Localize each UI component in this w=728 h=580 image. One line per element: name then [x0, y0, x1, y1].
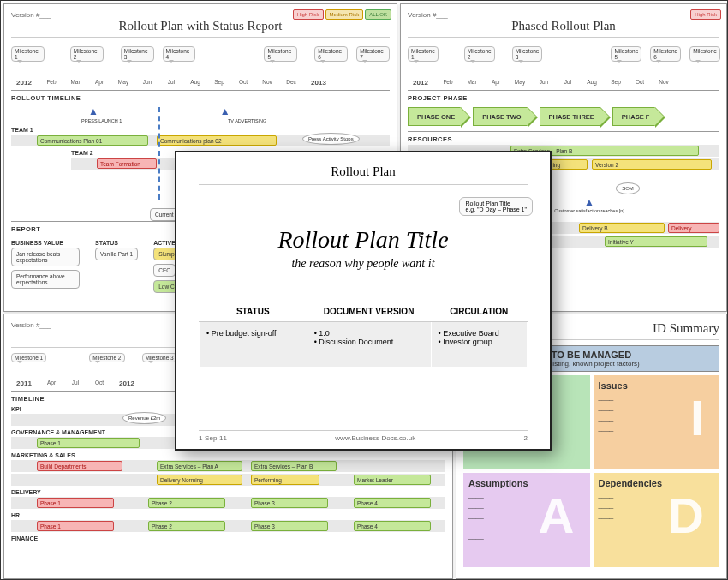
- bar: Phase 4: [354, 498, 431, 508]
- footer-date: 1-Sep-11: [199, 434, 227, 442]
- milestone: Milestone 5: [611, 46, 641, 62]
- bar: Phase 2: [148, 521, 225, 531]
- triangle-icon: ▲: [584, 196, 594, 208]
- lane: Communications Plan 01 Communications pl…: [11, 135, 390, 146]
- bar: Phase 3: [251, 498, 328, 508]
- quad-dependencies: Dependencies ________________ D: [594, 473, 720, 567]
- bar: Version 2: [592, 159, 712, 170]
- triangle-icon: ▲: [220, 105, 230, 117]
- oval: Revenue £2m: [122, 412, 166, 424]
- milestone: Milestone 2: [464, 46, 495, 62]
- lane: Phase 1 Phase 2 Phase 3 Phase 4: [11, 520, 445, 532]
- milestone: Milestone 2: [70, 46, 104, 62]
- quad-assumptions: Assumptions ____________________ A: [463, 473, 590, 567]
- bar: Communications Plan 01: [37, 135, 148, 146]
- section-phase: PROJECT PHASE: [408, 90, 719, 102]
- center-title-card: Rollout Plan Rollout Plan Titlee.g. "D D…: [175, 151, 552, 451]
- th-docversion: DOCUMENT VERSION: [307, 302, 431, 322]
- main-title: Rollout Plan Title: [199, 226, 528, 254]
- td-status: Pre budget sign-off: [200, 322, 307, 368]
- lane: Phase 1 Phase 2 Phase 3 Phase 4: [11, 497, 445, 509]
- risk-badges: High Risk Medium Risk ALL OK: [293, 9, 391, 20]
- milestone: Milestone 3: [142, 353, 177, 362]
- version-label: Version #___: [408, 11, 719, 19]
- oval: SOM: [616, 182, 640, 194]
- bar: Phase 1: [37, 438, 140, 448]
- bar: Initiative Y: [605, 236, 707, 247]
- section-delivery: DELIVERY: [11, 489, 445, 495]
- milestone: Milestone: [689, 46, 720, 62]
- lane: Build Departments Extra Services – Plan …: [11, 460, 445, 472]
- oval: Press Activity Stops: [302, 133, 360, 145]
- title: Rollout Plan with Status Report: [11, 19, 390, 38]
- section-hr: HR: [11, 512, 445, 518]
- box: Vanilla Part 1: [95, 248, 138, 260]
- section-ms: MARKETING & SALES: [11, 452, 445, 458]
- bar: Delivery B: [579, 223, 665, 233]
- letter-a: A: [539, 487, 575, 544]
- letter-i: I: [690, 389, 704, 446]
- badge-med-risk: Medium Risk: [325, 9, 364, 20]
- milestone: Milestone 1: [11, 46, 45, 62]
- footer-page: 2: [524, 434, 528, 442]
- card-footer: 1-Sep-11 www.Business-Docs.co.uk 2: [199, 430, 528, 442]
- month-axis: 2012 FebMarApr MayJunJul AugSepOct Nov: [408, 79, 719, 87]
- td-circulation: Executive BoardInvestor group: [431, 322, 528, 368]
- bar: Phase 4: [354, 521, 431, 531]
- milestone: Milestone 1: [11, 353, 46, 362]
- milestone: Milestone 7: [356, 46, 390, 62]
- section-timeline: ROLLOUT TIMELINE: [11, 90, 390, 102]
- bar: Phase 1: [37, 521, 114, 531]
- milestone: Milestone 3: [512, 46, 543, 62]
- box: Jan release beats expectations: [11, 248, 80, 266]
- bar: Market Leader: [354, 475, 431, 485]
- phase-chevron: PHASE ONE: [408, 107, 461, 126]
- phase-chevron: PHASE F: [612, 107, 656, 126]
- card-heading: Rollout Plan: [199, 164, 528, 185]
- badge-high-risk: High Risk: [690, 9, 721, 20]
- bar: Delivery: [668, 223, 719, 233]
- milestone: Milestone 2: [89, 353, 124, 362]
- section-resources: RESOURCES: [408, 131, 719, 143]
- td-docversion: 1.0Discussion Document: [307, 322, 431, 368]
- bar: Team Formation: [97, 158, 157, 169]
- bar: Phase 3: [251, 521, 328, 531]
- quad-issues: Issues ________________ I: [594, 375, 720, 469]
- milestone: Milestone 6: [650, 46, 681, 62]
- badge-high-risk: High Risk: [293, 9, 324, 20]
- bar: Extra Services – Plan B: [251, 461, 337, 471]
- phase-chevron: PHASE THREE: [540, 107, 600, 126]
- team1-label: TEAM 1: [11, 127, 390, 133]
- footer-url: www.Business-Docs.co.uk: [335, 434, 415, 442]
- bar: Build Departments: [37, 461, 122, 471]
- bar: Extra Services – Plan A: [157, 461, 242, 471]
- lane: Delivery Norming Performing Market Leade…: [11, 474, 445, 486]
- box: CEO: [153, 264, 176, 277]
- phase-chevron: PHASE TWO: [473, 107, 527, 126]
- title: Phased Rollout Plan: [408, 19, 719, 38]
- box: Performance above expectations: [11, 270, 80, 289]
- badge-all-ok: ALL OK: [365, 9, 391, 20]
- subtitle: the reason why people want it: [199, 257, 528, 271]
- month-axis: 2012 FebMarApr MayJunJul AugSepOct NovDe…: [11, 79, 390, 87]
- milestone: Milestone 6: [314, 46, 348, 62]
- bar: Phase 1: [37, 498, 114, 508]
- bar: Communications plan 02: [157, 135, 277, 146]
- bar: Delivery Norming: [157, 475, 242, 485]
- callout: Rollout Plan Titlee.g. "D Day – Phase 1": [459, 197, 533, 216]
- bar: Phase 2: [148, 498, 225, 508]
- bar: Performing: [251, 475, 319, 485]
- milestone: Milestone 1: [408, 46, 439, 62]
- section-finance: FINANCE: [11, 535, 445, 541]
- info-table: STATUS DOCUMENT VERSION CIRCULATION Pre …: [199, 302, 528, 368]
- milestone: Milestone 3: [121, 46, 154, 62]
- th-circulation: CIRCULATION: [431, 302, 528, 322]
- letter-d: D: [668, 487, 704, 544]
- milestone: Milestone 4: [163, 46, 196, 62]
- triangle-icon: ▲: [88, 105, 98, 117]
- current-date-line: [158, 107, 160, 200]
- milestone: Milestone 5: [264, 46, 297, 62]
- th-status: STATUS: [200, 302, 307, 322]
